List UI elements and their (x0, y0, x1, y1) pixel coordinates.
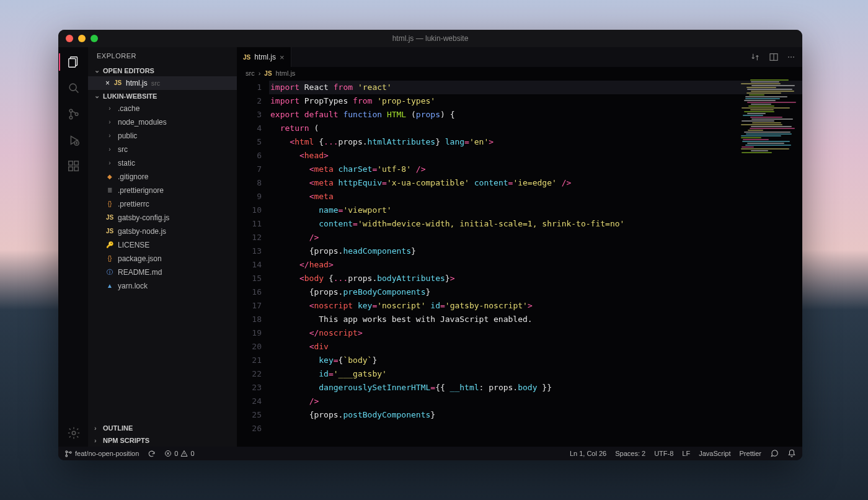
file-item[interactable]: {}package.json (88, 252, 237, 266)
warning-count: 0 (190, 450, 194, 457)
debug-icon[interactable] (66, 133, 81, 148)
file-type-icon: ◆ (105, 171, 114, 182)
npm-scripts-header[interactable]: › NPM SCRIPTS (88, 434, 237, 447)
vscode-window: html.js — lukin-website (58, 30, 802, 460)
file-item[interactable]: JSgatsby-node.js (88, 225, 237, 238)
window-title: html.js — lukin-website (58, 34, 802, 43)
file-type-icon: JS (105, 226, 114, 237)
chevron-right-icon: › (105, 130, 114, 141)
editor-actions: ⋯ (750, 47, 802, 67)
close-tab-icon[interactable]: × (280, 53, 285, 62)
file-item[interactable]: {}.prettierrc (88, 197, 237, 211)
open-editors-header[interactable]: ⌄ OPEN EDITORS (88, 65, 237, 76)
open-editors-label: OPEN EDITORS (103, 67, 154, 74)
cursor-position[interactable]: Ln 1, Col 26 (570, 450, 606, 457)
sync-status-icon[interactable] (148, 450, 156, 458)
file-type-icon: ≣ (105, 185, 114, 196)
search-icon[interactable] (66, 81, 81, 96)
crumb-file[interactable]: html.js (276, 69, 296, 77)
explorer-sidebar: EXPLORER ⌄ OPEN EDITORS × JS html.js src… (88, 47, 237, 447)
compare-changes-icon[interactable] (750, 52, 760, 62)
split-editor-icon[interactable] (769, 52, 779, 62)
file-name: yarn.lock (118, 280, 148, 292)
zoom-window-button[interactable] (91, 35, 98, 42)
indentation-status[interactable]: Spaces: 2 (615, 450, 645, 457)
svg-rect-9 (74, 167, 78, 171)
file-name: package.json (118, 253, 162, 264)
svg-point-4 (69, 116, 73, 119)
folder-item[interactable]: ›public (88, 129, 237, 143)
file-type-icon: ⓘ (105, 267, 114, 278)
eol-status[interactable]: LF (682, 450, 690, 457)
explorer-icon[interactable] (66, 55, 81, 69)
close-window-button[interactable] (66, 35, 73, 42)
code-content[interactable]: import React from 'react'import PropType… (269, 79, 802, 447)
problems-status[interactable]: 0 0 (164, 450, 194, 457)
tab-label: html.js (254, 53, 276, 61)
status-bar: feat/no-open-position 0 0 Ln 1, Col 26 S… (58, 447, 802, 460)
folder-item[interactable]: ›src (88, 143, 237, 156)
crumb-sep: › (259, 69, 261, 77)
outline-header[interactable]: › OUTLINE (88, 422, 237, 434)
file-item[interactable]: 🔑LICENSE (88, 238, 237, 252)
settings-gear-icon[interactable] (66, 426, 81, 440)
file-name: LICENSE (118, 239, 149, 251)
breadcrumb[interactable]: src › JS html.js (237, 67, 802, 79)
chevron-right-icon: › (105, 158, 114, 169)
window-controls (58, 35, 98, 42)
file-item[interactable]: JSgatsby-config.js (88, 211, 237, 225)
file-name: .cache (118, 103, 140, 114)
tab-bar: JS html.js × ⋯ (237, 47, 802, 67)
crumb-src[interactable]: src (246, 69, 255, 77)
sidebar-title: EXPLORER (88, 47, 237, 65)
file-name: static (118, 158, 135, 169)
js-file-icon: JS (243, 54, 250, 61)
minimize-window-button[interactable] (78, 35, 86, 42)
file-item[interactable]: ◆.gitignore (88, 170, 237, 184)
file-item[interactable]: ▲yarn.lock (88, 279, 237, 293)
file-type-icon: {} (105, 199, 114, 210)
source-control-icon[interactable] (66, 107, 81, 122)
file-item[interactable]: ⓘREADME.md (88, 266, 237, 279)
folder-item[interactable]: ›static (88, 156, 237, 170)
editor-area: JS html.js × ⋯ src › JS htm (237, 47, 802, 447)
error-count: 0 (174, 450, 178, 457)
open-editor-item[interactable]: × JS html.js src (88, 76, 237, 90)
formatter-status[interactable]: Prettier (740, 450, 761, 457)
js-file-icon: JS (264, 70, 272, 77)
file-name: .prettierignore (118, 185, 164, 196)
file-name: node_modules (118, 117, 167, 128)
folder-item[interactable]: ›node_modules (88, 115, 237, 129)
svg-rect-10 (74, 161, 78, 165)
svg-rect-8 (69, 167, 73, 171)
file-name: gatsby-config.js (118, 212, 169, 223)
feedback-icon[interactable] (770, 449, 779, 458)
titlebar: html.js — lukin-website (58, 30, 802, 47)
encoding-status[interactable]: UTF-8 (654, 450, 673, 457)
chevron-right-icon: › (94, 437, 100, 444)
svg-rect-7 (69, 161, 73, 165)
chevron-right-icon: › (105, 117, 114, 128)
svg-point-14 (66, 455, 68, 457)
code-area[interactable]: 1234567891011121314151617181920212223242… (237, 79, 802, 447)
js-file-icon: JS (113, 78, 122, 89)
git-branch-status[interactable]: feat/no-open-position (64, 450, 139, 458)
file-name: public (118, 130, 137, 141)
close-file-icon[interactable]: × (105, 78, 110, 89)
notifications-icon[interactable] (787, 449, 796, 458)
branch-name: feat/no-open-position (75, 450, 139, 457)
outline-label: OUTLINE (103, 424, 133, 432)
file-item[interactable]: ≣.prettierignore (88, 184, 237, 197)
project-header[interactable]: ⌄ LUKIN-WEBSITE (88, 90, 237, 102)
activity-bar (58, 47, 88, 447)
npm-scripts-label: NPM SCRIPTS (103, 437, 149, 444)
language-mode[interactable]: JavaScript (699, 450, 730, 457)
svg-point-2 (69, 84, 76, 91)
chevron-right-icon: › (94, 424, 100, 432)
more-actions-icon[interactable]: ⋯ (787, 53, 795, 61)
file-type-icon: {} (105, 253, 114, 264)
file-type-icon: ▲ (105, 280, 114, 292)
folder-item[interactable]: ›.cache (88, 102, 237, 115)
tab-html-js[interactable]: JS html.js × (237, 47, 291, 67)
extensions-icon[interactable] (66, 159, 81, 174)
